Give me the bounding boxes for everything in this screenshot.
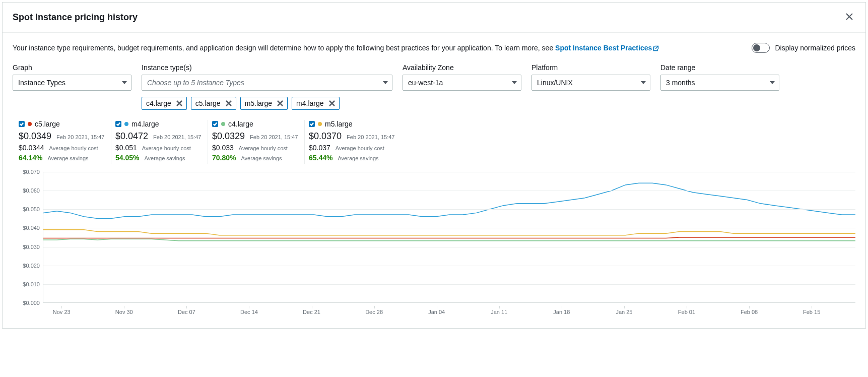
filter-platform-label: Platform (531, 64, 650, 72)
avg-price: $0.033 (212, 144, 234, 152)
x-tick-label: Feb 01 (678, 309, 695, 315)
grid-line (43, 284, 855, 285)
intro-text-body: Your instance type requirements, budget … (13, 44, 555, 52)
legend-cards: c5.large$0.0349Feb 20 2021, 15:47$0.0344… (13, 120, 855, 164)
grid-line (43, 228, 855, 228)
best-practices-link[interactable]: Spot Instance Best Practices (555, 44, 659, 52)
legend-card-m4-large: m4.large$0.0472Feb 20 2021, 15:47$0.051A… (115, 120, 208, 164)
external-link-icon (653, 45, 659, 51)
y-tick-label: $0.040 (23, 225, 40, 231)
close-icon (845, 13, 853, 21)
chip-remove-icon[interactable] (277, 100, 283, 106)
x-tick-mark (812, 306, 812, 308)
filter-az-label: Availability Zone (403, 64, 521, 72)
avg-savings-label: Average savings (338, 155, 378, 161)
current-price: $0.0370 (309, 131, 342, 142)
platform-value: Linux/UNIX (537, 79, 573, 87)
x-axis: Nov 23Nov 30Dec 07Dec 14Dec 21Dec 28Jan … (43, 306, 855, 318)
filter-types-label: Instance type(s) (142, 64, 392, 72)
y-tick-label: $0.020 (23, 263, 40, 269)
chevron-down-icon (383, 79, 388, 87)
current-price: $0.0472 (115, 131, 148, 142)
avg-price-label: Average hourly cost (142, 145, 191, 151)
date-value: 3 months (666, 79, 695, 87)
series-name: m5.large (325, 120, 352, 128)
normalized-prices-toggle[interactable] (752, 43, 770, 53)
chip-m4-large: m4.large (292, 97, 339, 110)
x-tick-mark (499, 306, 500, 308)
y-tick-label: $0.010 (23, 281, 40, 287)
chip-m5-large: m5.large (240, 97, 288, 110)
plot-area (43, 172, 855, 303)
intro-text: Your instance type requirements, budget … (13, 43, 731, 53)
platform-select[interactable]: Linux/UNIX (531, 75, 650, 91)
y-tick-label: $0.050 (23, 206, 40, 212)
chevron-down-icon (512, 79, 517, 87)
toggle-label: Display normalized prices (775, 44, 855, 52)
instance-types-select[interactable]: Choose up to 5 Instance Types (142, 75, 392, 91)
price-timestamp: Feb 20 2021, 15:47 (250, 134, 298, 140)
x-tick-mark (61, 306, 62, 308)
normalized-prices-toggle-wrap: Display normalized prices (752, 43, 855, 53)
x-tick-label: Jan 25 (616, 309, 632, 315)
types-placeholder: Choose up to 5 Instance Types (147, 79, 244, 87)
chip-remove-icon[interactable] (329, 100, 335, 106)
series-color-dot (221, 122, 225, 126)
y-tick-label: $0.000 (23, 300, 40, 306)
avg-price: $0.051 (115, 144, 137, 152)
chevron-down-icon (122, 79, 127, 87)
series-name: m4.large (131, 120, 159, 128)
chip-remove-icon[interactable] (176, 100, 182, 106)
x-tick-mark (124, 306, 124, 308)
legend-card-c4-large: c4.large$0.0329Feb 20 2021, 15:47$0.033A… (212, 120, 305, 164)
avg-savings: 64.14% (19, 154, 42, 162)
x-tick-mark (437, 306, 437, 308)
x-tick-mark (374, 306, 375, 308)
chip-remove-icon[interactable] (226, 100, 232, 106)
avg-price: $0.037 (309, 144, 330, 152)
chart: $0.000$0.010$0.020$0.030$0.040$0.050$0.0… (13, 172, 855, 318)
series-checkbox[interactable] (212, 121, 218, 127)
grid-line (43, 172, 855, 172)
modal-header: Spot Instance pricing history (3, 3, 865, 33)
avg-price: $0.0344 (19, 144, 44, 152)
grid-line (43, 247, 855, 247)
avg-price-label: Average hourly cost (49, 145, 98, 151)
filter-date-range: Date range 3 months (660, 64, 779, 91)
az-select[interactable]: eu-west-1a (403, 75, 521, 91)
avg-savings: 70.80% (212, 154, 236, 162)
x-tick-label: Nov 23 (53, 309, 71, 315)
avg-savings-label: Average savings (241, 155, 282, 161)
series-name: c5.large (35, 120, 60, 128)
close-button[interactable] (843, 11, 855, 24)
chip-label: m5.large (245, 99, 272, 107)
series-name: c4.large (228, 120, 253, 128)
x-tick-mark (312, 306, 312, 308)
link-label: Spot Instance Best Practices (555, 44, 652, 52)
filter-graph: Graph Instance Types (13, 64, 131, 91)
x-tick-label: Jan 18 (553, 309, 570, 315)
series-checkbox[interactable] (309, 121, 315, 127)
graph-select[interactable]: Instance Types (13, 75, 131, 91)
x-tick-mark (687, 306, 687, 308)
chevron-down-icon (641, 79, 646, 87)
legend-card-m5-large: m5.large$0.0370Feb 20 2021, 15:47$0.037A… (309, 120, 402, 164)
x-tick-label: Jan 04 (428, 309, 445, 315)
avg-savings-label: Average savings (144, 155, 185, 161)
graph-select-value: Instance Types (18, 79, 65, 87)
grid-line (43, 266, 855, 266)
avg-price-label: Average hourly cost (336, 145, 384, 151)
series-checkbox[interactable] (19, 121, 25, 127)
avg-savings: 65.44% (309, 154, 332, 162)
series-checkbox[interactable] (115, 121, 121, 127)
selected-types-chips: c4.largec5.largem5.largem4.large (142, 97, 855, 110)
series-color-dot (124, 122, 128, 126)
date-range-select[interactable]: 3 months (660, 75, 779, 91)
chart-lines (43, 172, 855, 302)
x-tick-label: Jan 11 (491, 309, 507, 315)
x-tick-mark (562, 306, 562, 308)
chevron-down-icon (770, 79, 775, 87)
current-price: $0.0329 (212, 131, 245, 142)
series-line-m5-large (43, 230, 855, 235)
spot-pricing-modal: Spot Instance pricing history Your insta… (2, 2, 866, 329)
